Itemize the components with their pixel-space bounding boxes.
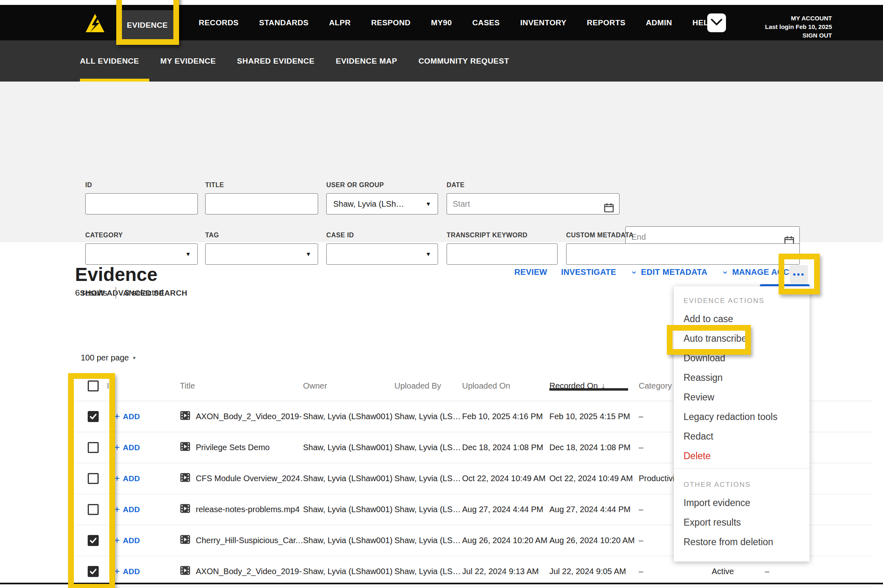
action-investigate[interactable]: INVESTIGATE <box>561 267 616 277</box>
row-recorded-on-cell: Feb 10, 2025 4:15 PM <box>549 412 639 421</box>
video-file-icon <box>180 565 190 578</box>
evidence-title-link[interactable]: CFS Module Overview_2024… <box>196 474 303 483</box>
topnav-item-my90[interactable]: MY90 <box>431 18 452 27</box>
evidence-title-link[interactable]: Privilege Sets Demo <box>196 443 270 452</box>
evidence-title-link[interactable]: AXON_Body_2_Video_2019-… <box>196 567 303 576</box>
my-account-link[interactable]: MY ACCOUNT <box>765 14 832 22</box>
filter-transcript-input[interactable] <box>447 243 558 265</box>
row-uploaded-on-cell: Jul 22, 2024 9:13 AM <box>462 567 549 576</box>
evidence-title-link[interactable]: Cherry_Hill-Suspicious_Car.… <box>196 536 303 545</box>
menu-section-evidence-actions: EVIDENCE ACTIONS <box>674 293 810 309</box>
row-category-cell: – <box>639 567 712 576</box>
row-checkbox[interactable] <box>88 473 99 484</box>
filter-title-input[interactable] <box>205 193 318 214</box>
topnav-item-records[interactable]: RECORDS <box>199 18 239 27</box>
row-uploaded-by-cell: Shaw, Lyvia (LS… <box>394 474 462 483</box>
column-header-recorded-on[interactable]: Recorded On ↓ <box>549 381 639 391</box>
row-recorded-on-cell: Aug 26, 2024 10:20 AM <box>549 536 639 545</box>
column-header-uploaded-on[interactable]: Uploaded On <box>462 381 549 391</box>
axon-logo-icon[interactable] <box>85 13 105 33</box>
topnav-item-cases[interactable]: CASES <box>472 18 500 27</box>
menu-item-restore-from-deletion[interactable]: Restore from deletion <box>674 532 810 552</box>
video-file-icon <box>180 503 190 516</box>
filter-date-start-input[interactable] <box>447 193 620 214</box>
topnav-item-inventory[interactable]: INVENTORY <box>520 18 566 27</box>
topnav-item-respond[interactable]: RESPOND <box>371 18 411 27</box>
evidence-sub-navigation: ALL EVIDENCEMY EVIDENCESHARED EVIDENCEEV… <box>0 40 883 82</box>
menu-item-download[interactable]: Download <box>674 348 810 368</box>
topnav-item-help[interactable]: HELP <box>693 18 714 27</box>
topnav-item-standards[interactable]: STANDARDS <box>259 18 308 27</box>
row-checkbox-cell <box>75 535 114 546</box>
menu-item-import-evidence[interactable]: Import evidence <box>674 493 810 513</box>
row-uploaded-by-cell: Shaw, Lyvia (LS… <box>394 536 462 545</box>
row-checkbox[interactable] <box>88 442 99 453</box>
filter-custom-metadata: CUSTOM METADATA <box>566 232 800 265</box>
subnav-item-community-request[interactable]: COMMUNITY REQUEST <box>418 40 509 82</box>
column-header-uploaded-by[interactable]: Uploaded By <box>394 381 462 391</box>
topnav-items: EVIDENCERECORDSSTANDARDSALPRRESPONDMY90C… <box>116 5 714 40</box>
chevron-down-icon: ▼ <box>425 251 431 257</box>
add-id-button[interactable]: +ADD <box>114 566 174 577</box>
add-id-button[interactable]: +ADD <box>114 473 174 484</box>
video-file-icon <box>180 410 190 423</box>
menu-item-reassign[interactable]: Reassign <box>674 368 810 387</box>
subnav-item-all-evidence[interactable]: ALL EVIDENCE <box>80 40 139 82</box>
select-all-checkbox[interactable] <box>88 380 99 391</box>
action-edit-metadata[interactable]: ⌄EDIT METADATA <box>630 267 708 277</box>
filter-category-select[interactable]: ▼ <box>85 243 198 265</box>
more-actions-button[interactable]: ••• <box>790 265 808 284</box>
evidence-title-link[interactable]: AXON_Body_2_Video_2019-… <box>196 412 303 421</box>
filter-date-start: DATE <box>447 181 620 214</box>
topnav-item-admin[interactable]: ADMIN <box>646 18 672 27</box>
row-checkbox[interactable] <box>88 535 99 546</box>
filter-custom-metadata-label: CUSTOM METADATA <box>566 232 800 239</box>
subnav-item-shared-evidence[interactable]: SHARED EVIDENCE <box>237 40 314 82</box>
add-id-button[interactable]: +ADD <box>114 504 174 515</box>
column-header-title[interactable]: Title <box>180 381 303 391</box>
row-checkbox[interactable] <box>88 504 99 515</box>
chevron-down-icon: ▾ <box>133 355 136 361</box>
action-label-edit-metadata: EDIT METADATA <box>641 267 708 277</box>
subnav-item-evidence-map[interactable]: EVIDENCE MAP <box>336 40 397 82</box>
menu-item-redact[interactable]: Redact <box>674 427 810 446</box>
menu-item-add-to-case[interactable]: Add to case <box>674 309 810 329</box>
row-uploaded-by-cell: Shaw, Lyvia (LS… <box>394 443 462 452</box>
subnav-item-my-evidence[interactable]: MY EVIDENCE <box>160 40 216 82</box>
row-checkbox-cell <box>75 442 114 453</box>
row-checkbox[interactable] <box>88 411 99 422</box>
add-id-button[interactable]: +ADD <box>114 442 174 453</box>
action-label-review: REVIEW <box>514 267 547 277</box>
per-page-select[interactable]: 100 per page ▾ <box>81 353 135 363</box>
page-title: Evidence <box>75 263 157 285</box>
add-id-button[interactable]: +ADD <box>114 411 174 422</box>
menu-item-legacy-redaction-tools[interactable]: Legacy redaction tools <box>674 407 810 427</box>
row-checkbox[interactable] <box>88 566 99 577</box>
topnav-item-evidence[interactable]: EVIDENCE <box>116 10 178 40</box>
menu-item-export-results[interactable]: Export results <box>674 513 810 532</box>
plus-icon: + <box>114 504 120 515</box>
menu-item-delete[interactable]: Delete <box>674 446 810 466</box>
menu-item-review[interactable]: Review <box>674 387 810 407</box>
topnav-item-reports[interactable]: REPORTS <box>587 18 626 27</box>
add-id-button[interactable]: +ADD <box>114 535 174 546</box>
topnav-item-alpr[interactable]: ALPR <box>329 18 351 27</box>
filter-tag-select[interactable]: ▼ <box>205 243 318 265</box>
filter-user-group-select[interactable]: Shaw, Lyvia (LSh… ▼ <box>326 193 438 214</box>
filter-custom-metadata-input[interactable] <box>566 243 800 265</box>
filter-id-input[interactable] <box>85 193 198 214</box>
row-id-cell: +ADD <box>114 504 180 515</box>
row-id-cell: +ADD <box>114 535 180 546</box>
menu-item-auto-transcribe[interactable]: Auto transcribe <box>674 329 810 348</box>
filter-tag: TAG ▼ <box>205 232 318 265</box>
filter-case-id: CASE ID ▼ <box>326 232 438 265</box>
filter-case-id-select[interactable]: ▼ <box>326 243 438 265</box>
add-label: ADD <box>123 443 140 452</box>
action-review[interactable]: REVIEW <box>514 267 547 277</box>
filter-date-label: DATE <box>447 181 620 189</box>
column-header-id[interactable]: ID <box>107 381 180 391</box>
evidence-title-link[interactable]: release-notes-problems.mp4 <box>196 505 300 514</box>
column-header-owner[interactable]: Owner <box>303 381 394 391</box>
row-recorded-on-cell: Dec 18, 2024 1:08 PM <box>549 443 639 452</box>
sign-out-link[interactable]: SIGN OUT <box>765 31 832 40</box>
